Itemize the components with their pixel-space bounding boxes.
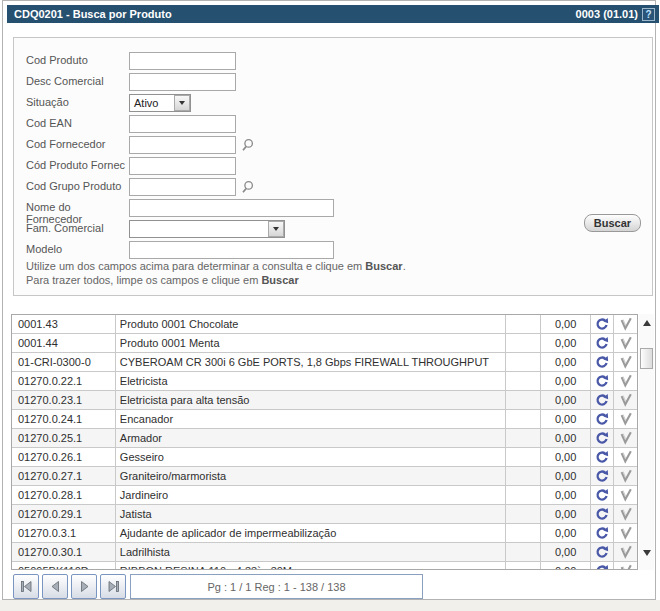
select-check-icon[interactable] xyxy=(614,391,637,409)
refresh-icon[interactable] xyxy=(591,448,614,466)
refresh-icon[interactable] xyxy=(591,315,614,333)
modelo-input[interactable] xyxy=(129,241,334,259)
table-row[interactable]: 01-CRI-0300-0 CYBEROAM CR 300i 6 GbE POR… xyxy=(12,353,637,372)
table-row[interactable]: 01270.0.22.1 Eletricista 0,00 xyxy=(12,372,637,391)
vertical-scrollbar[interactable] xyxy=(639,314,654,570)
select-check-icon[interactable] xyxy=(614,448,637,466)
cod-ean-label: Cod EAN xyxy=(26,117,128,129)
select-check-icon[interactable] xyxy=(614,334,637,352)
product-desc-cell: Eletricista xyxy=(116,372,506,390)
cod-produto-fornec-input[interactable] xyxy=(129,157,236,175)
product-desc-cell: CYBEROAM CR 300i 6 GbE PORTS, 1,8 Gbps F… xyxy=(116,353,506,371)
lookup-magnifier-icon[interactable] xyxy=(240,180,255,195)
refresh-icon[interactable] xyxy=(591,372,614,390)
product-code-cell: 0001.44 xyxy=(12,334,116,352)
refresh-icon[interactable] xyxy=(591,353,614,371)
refresh-icon[interactable] xyxy=(591,505,614,523)
select-check-icon[interactable] xyxy=(614,524,637,542)
product-desc-cell: Ladrilhista xyxy=(116,543,506,561)
table-row[interactable]: 01270.0.27.1 Graniteiro/marmorista 0,00 xyxy=(12,467,637,486)
hint-bold: Buscar xyxy=(261,274,298,286)
refresh-icon[interactable] xyxy=(591,410,614,428)
product-value-cell: 0,00 xyxy=(541,543,591,561)
nome-do-fornecedor-input[interactable] xyxy=(129,199,334,217)
select-check-icon[interactable] xyxy=(614,353,637,371)
select-check-icon[interactable] xyxy=(614,315,637,333)
refresh-icon[interactable] xyxy=(591,467,614,485)
empty-cell xyxy=(506,429,541,447)
hint-text: Utilize um dos campos acima para determi… xyxy=(26,260,365,272)
select-check-icon[interactable] xyxy=(614,372,637,390)
table-row[interactable]: 01270.0.26.1 Gesseiro 0,00 xyxy=(12,448,637,467)
pagination-bar xyxy=(13,574,129,599)
table-row[interactable]: 05095BK110D RIBBON RESINA 110 - 4.33` - … xyxy=(12,562,637,570)
refresh-icon[interactable] xyxy=(591,429,614,447)
product-desc-cell: Produto 0001 Menta xyxy=(116,334,506,352)
refresh-icon[interactable] xyxy=(591,524,614,542)
table-row[interactable]: 0001.44 Produto 0001 Menta 0,00 xyxy=(12,334,637,353)
search-button[interactable]: Buscar xyxy=(584,214,641,232)
form-field-row: Cod Grupo Produto xyxy=(26,178,646,196)
refresh-icon[interactable] xyxy=(591,486,614,504)
cod-fornecedor-input[interactable] xyxy=(129,136,236,154)
product-code-cell: 01270.0.24.1 xyxy=(12,410,116,428)
product-code-cell: 01270.0.3.1 xyxy=(12,524,116,542)
scroll-up-icon[interactable] xyxy=(639,316,654,330)
refresh-icon[interactable] xyxy=(591,391,614,409)
product-desc-cell: Jatista xyxy=(116,505,506,523)
cod-produto-input[interactable] xyxy=(129,52,236,70)
form-field-row: Cód Produto Fornec xyxy=(26,157,646,175)
fam-comercial-select[interactable] xyxy=(129,220,285,238)
product-desc-cell: Graniteiro/marmorista xyxy=(116,467,506,485)
help-icon[interactable]: ? xyxy=(642,8,655,21)
refresh-icon[interactable] xyxy=(591,562,614,570)
fam-comercial-label: Fam. Comercial xyxy=(26,222,128,234)
product-code-cell: 01270.0.23.1 xyxy=(12,391,116,409)
product-value-cell: 0,00 xyxy=(541,467,591,485)
select-check-icon[interactable] xyxy=(614,467,637,485)
product-code-cell: 0001.43 xyxy=(12,315,116,333)
cod-grupo-produto-input[interactable] xyxy=(129,178,236,196)
table-row[interactable]: 0001.43 Produto 0001 Chocolate 0,00 xyxy=(12,315,637,334)
select-check-icon[interactable] xyxy=(614,505,637,523)
table-row[interactable]: 01270.0.3.1 Ajudante de aplicador de imp… xyxy=(12,524,637,543)
product-desc-cell: Produto 0001 Chocolate xyxy=(116,315,506,333)
table-row[interactable]: 01270.0.29.1 Jatista 0,00 xyxy=(12,505,637,524)
select-check-icon[interactable] xyxy=(614,543,637,561)
table-row[interactable]: 01270.0.24.1 Encanador 0,00 xyxy=(12,410,637,429)
empty-cell xyxy=(506,562,541,570)
empty-cell xyxy=(506,391,541,409)
situacao-select[interactable]: Ativo xyxy=(129,94,191,112)
product-desc-cell: Jardineiro xyxy=(116,486,506,504)
select-check-icon[interactable] xyxy=(614,562,637,570)
page-info-box: Pg : 1 / 1 Reg : 1 - 138 / 138 xyxy=(130,574,423,599)
prev-page-button[interactable] xyxy=(42,574,68,599)
refresh-icon[interactable] xyxy=(591,334,614,352)
table-row[interactable]: 01270.0.23.1 Eletricista para alta tensã… xyxy=(12,391,637,410)
select-check-icon[interactable] xyxy=(614,486,637,504)
chevron-down-icon[interactable] xyxy=(174,95,190,111)
select-check-icon[interactable] xyxy=(614,429,637,447)
product-desc-cell: Gesseiro xyxy=(116,448,506,466)
refresh-icon[interactable] xyxy=(591,543,614,561)
last-page-button[interactable] xyxy=(100,574,126,599)
cod-produto-fornec-label: Cód Produto Fornec xyxy=(26,159,128,171)
desc-comercial-label: Desc Comercial xyxy=(26,75,128,87)
product-code-cell: 01270.0.28.1 xyxy=(12,486,116,504)
table-row[interactable]: 01270.0.25.1 Armador 0,00 xyxy=(12,429,637,448)
desc-comercial-input[interactable] xyxy=(129,73,236,91)
scrollbar-thumb[interactable] xyxy=(640,348,653,369)
table-row[interactable]: 01270.0.30.1 Ladrilhista 0,00 xyxy=(12,543,637,562)
empty-cell xyxy=(506,353,541,371)
first-page-button[interactable] xyxy=(13,574,39,599)
product-code-cell: 01270.0.22.1 xyxy=(12,372,116,390)
next-page-button[interactable] xyxy=(71,574,97,599)
product-value-cell: 0,00 xyxy=(541,448,591,466)
cod-ean-input[interactable] xyxy=(129,115,236,133)
chevron-down-icon[interactable] xyxy=(268,221,284,237)
select-check-icon[interactable] xyxy=(614,410,637,428)
scroll-down-icon[interactable] xyxy=(639,546,654,560)
table-row[interactable]: 01270.0.28.1 Jardineiro 0,00 xyxy=(12,486,637,505)
product-value-cell: 0,00 xyxy=(541,562,591,570)
lookup-magnifier-icon[interactable] xyxy=(240,138,255,153)
